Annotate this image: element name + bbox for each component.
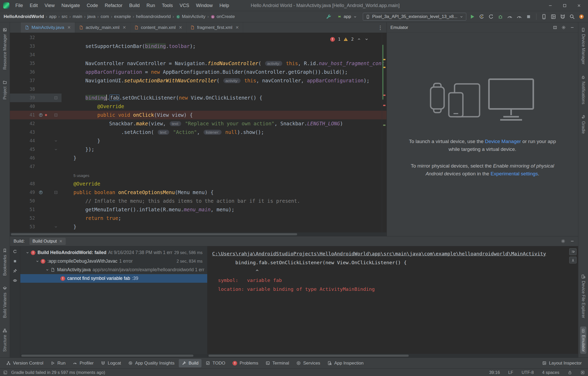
editor-gutter[interactable]: 52 bbox=[10, 214, 62, 223]
scrollbar-thumb[interactable] bbox=[209, 355, 409, 357]
tab-activity_main-xml[interactable]: activity_main.xml✕ bbox=[75, 22, 130, 33]
tab-options-kebab-icon[interactable]: ⋮ bbox=[374, 24, 387, 31]
tree-expand-icon[interactable] bbox=[44, 268, 51, 272]
layout-inspector-icon[interactable] bbox=[550, 14, 556, 20]
console-horizontal-scrollbar[interactable] bbox=[207, 354, 578, 357]
tool-window-button-services[interactable]: Services bbox=[293, 359, 323, 367]
close-tab-icon[interactable]: ✕ bbox=[123, 25, 126, 30]
editor-gutter[interactable]: 35 bbox=[10, 59, 62, 68]
stripe-item-build-variants[interactable]: Build Variants bbox=[2, 284, 8, 320]
fold-marker[interactable] bbox=[52, 139, 59, 143]
experimental-settings-link[interactable]: Experimental settings bbox=[491, 171, 538, 176]
chevron-down-icon[interactable] bbox=[26, 251, 29, 255]
stripe-mark[interactable] bbox=[383, 59, 385, 60]
stripe-item-bookmarks[interactable]: Bookmarks bbox=[2, 246, 8, 278]
breadcrumb-item-com[interactable]: com bbox=[101, 14, 109, 19]
tool-window-button-app-inspection[interactable]: App Inspection bbox=[324, 359, 366, 367]
stripe-item-project[interactable]: Project bbox=[2, 78, 8, 102]
caret-position-widget[interactable]: 39:16 bbox=[489, 370, 500, 375]
run-configuration-select[interactable]: app bbox=[335, 13, 360, 20]
tab-fragment_first-xml[interactable]: fragment_first.xml✕ bbox=[186, 22, 243, 33]
stop-icon[interactable] bbox=[526, 14, 531, 20]
run-icon[interactable] bbox=[469, 14, 475, 20]
build-tree-row[interactable]: !cannot find symbol variable fab:39 bbox=[20, 274, 207, 283]
editor-gutter[interactable]: 51 bbox=[10, 205, 62, 214]
close-tab-icon[interactable]: ✕ bbox=[179, 25, 182, 30]
editor-gutter[interactable]: 36 bbox=[10, 68, 62, 76]
previous-problem-icon[interactable] bbox=[357, 37, 361, 41]
fold-collapse-icon[interactable] bbox=[54, 113, 58, 117]
breadcrumb-item-example[interactable]: example bbox=[114, 14, 131, 19]
tool-window-button-build[interactable]: Build bbox=[179, 359, 202, 367]
chevron-down-icon[interactable] bbox=[45, 268, 49, 272]
tool-window-button-run[interactable]: Run bbox=[47, 359, 69, 367]
debug-icon[interactable] bbox=[498, 14, 503, 20]
editor-gutter[interactable]: 44 bbox=[10, 137, 62, 145]
editor-gutter[interactable]: 32 bbox=[10, 33, 62, 42]
menu-window[interactable]: Window bbox=[193, 3, 216, 8]
breadcrumb-item-app[interactable]: app bbox=[49, 14, 56, 19]
editor-gutter[interactable]: 42 bbox=[10, 119, 62, 128]
tool-window-button-profiler[interactable]: Profiler bbox=[70, 359, 97, 367]
device-select[interactable]: Pixel_3a_API_35_extension_level_13_x8... bbox=[363, 13, 466, 21]
encoding-widget[interactable]: UTF-8 bbox=[522, 370, 534, 375]
search-everywhere-icon[interactable] bbox=[569, 14, 575, 20]
menu-edit[interactable]: Edit bbox=[26, 3, 41, 8]
code-editor[interactable]: 3233 setSupportActionBar(binding.toolbar… bbox=[10, 33, 387, 232]
menu-build[interactable]: Build bbox=[126, 3, 143, 8]
tool-window-button-problems[interactable]: !Problems bbox=[229, 359, 261, 367]
stop-build-icon[interactable] bbox=[13, 259, 17, 263]
build-tree-row[interactable]: !:app:compileDebugJavaWithJavac1 error2 … bbox=[20, 257, 207, 266]
fold-marker[interactable] bbox=[52, 113, 59, 117]
indent-widget[interactable]: 4 spaces bbox=[542, 370, 559, 375]
editor-gutter[interactable]: 53 bbox=[10, 223, 62, 231]
tree-horizontal-scrollbar[interactable] bbox=[20, 354, 207, 357]
menu-tools[interactable]: Tools bbox=[158, 3, 176, 8]
lock-icon[interactable] bbox=[568, 370, 572, 375]
inspections-widget[interactable]: ! 1 2 bbox=[328, 36, 371, 42]
maximize-button-icon[interactable] bbox=[562, 3, 567, 8]
next-problem-icon[interactable] bbox=[364, 37, 369, 41]
gear-icon[interactable] bbox=[561, 239, 565, 243]
editor-gutter[interactable]: 41 bbox=[10, 111, 62, 119]
editor-gutter[interactable] bbox=[10, 171, 62, 180]
pin-tab-icon[interactable] bbox=[13, 269, 17, 273]
gear-icon[interactable] bbox=[561, 25, 566, 30]
stripe-item-gradle[interactable]: Gradle bbox=[580, 113, 586, 136]
fold-end-icon[interactable] bbox=[54, 225, 58, 229]
tool-window-button-version-control[interactable]: Version Control bbox=[3, 359, 46, 367]
breadcrumb-item-helloandroidworld[interactable]: helloandroidworld bbox=[136, 14, 171, 19]
inspect-icon[interactable] bbox=[13, 278, 17, 283]
apply-changes-icon[interactable] bbox=[479, 14, 485, 20]
fold-marker[interactable] bbox=[52, 147, 59, 151]
console-file-link[interactable]: C:\Users\rahja\AndroidStudioProjects\Hel… bbox=[212, 249, 578, 258]
editor-gutter[interactable]: 46 bbox=[10, 154, 62, 162]
device-manager-link[interactable]: Device Manager bbox=[485, 139, 521, 144]
stripe-mark[interactable] bbox=[383, 125, 385, 126]
profile-icon[interactable] bbox=[507, 14, 513, 20]
editor-gutter[interactable]: 45 bbox=[10, 145, 62, 154]
stripe-mark[interactable] bbox=[383, 95, 385, 96]
override-gutter-icon[interactable] bbox=[39, 113, 43, 117]
close-tab-icon[interactable]: ✕ bbox=[67, 25, 71, 30]
hide-panel-icon[interactable] bbox=[570, 239, 574, 243]
tab-content_main-xml[interactable]: content_main.xml✕ bbox=[130, 22, 187, 33]
editor-gutter[interactable]: 37 bbox=[10, 76, 62, 85]
hide-panel-icon[interactable] bbox=[570, 25, 574, 30]
breadcrumb-item-main[interactable]: main bbox=[73, 14, 82, 19]
override-gutter-icon[interactable] bbox=[39, 190, 43, 195]
close-tab-icon[interactable]: ✕ bbox=[235, 25, 239, 30]
stripe-mark[interactable] bbox=[383, 105, 385, 106]
editor-gutter[interactable]: 34 bbox=[10, 51, 62, 59]
breadcrumb-item-helloandroidworld[interactable]: HelloAndroidWorld bbox=[4, 14, 44, 19]
build-tree-row[interactable]: !Build HelloAndroidWorld: failedAt 9/16/… bbox=[20, 248, 207, 257]
build-tree-row[interactable]: MainActivity.javaapp/src/main/java/com/e… bbox=[20, 266, 207, 274]
sync-gradle-icon[interactable] bbox=[326, 14, 332, 20]
tree-expand-icon[interactable] bbox=[34, 259, 41, 263]
stripe-item-structure[interactable]: Structure bbox=[2, 326, 8, 354]
logcat-icon[interactable] bbox=[560, 14, 566, 20]
tab-MainActivity-java[interactable]: MainActivity.java✕ bbox=[21, 22, 75, 33]
menu-view[interactable]: View bbox=[41, 3, 58, 8]
breadcrumb-item-oncreate[interactable]: monCreate bbox=[211, 14, 235, 19]
build-console-output[interactable]: C:\Users\rahja\AndroidStudioProjects\Hel… bbox=[207, 246, 578, 354]
